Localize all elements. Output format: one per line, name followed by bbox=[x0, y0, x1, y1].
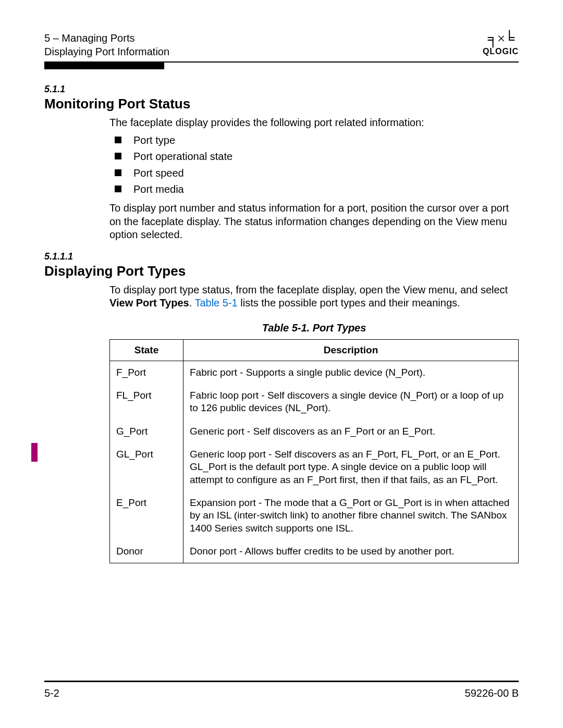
section-number-5111: 5.1.1.1 bbox=[44, 251, 519, 262]
table-row: Donor Donor port - Allows buffer credits… bbox=[110, 540, 519, 563]
page-header: 5 – Managing Ports Displaying Port Infor… bbox=[44, 31, 519, 58]
change-bar-icon bbox=[31, 443, 38, 462]
bullet-list-511: Port type Port operational state Port sp… bbox=[109, 134, 519, 196]
view-port-types-bold: View Port Types bbox=[109, 297, 189, 309]
header-tab bbox=[44, 62, 164, 69]
section-title-monitoring: Monitoring Port Status bbox=[44, 96, 519, 112]
content: 5.1.1 Monitoring Port Status The facepla… bbox=[44, 84, 519, 563]
qlogic-logo-icon: ╕×╘ bbox=[483, 31, 519, 46]
page-number: 5-2 bbox=[44, 687, 59, 699]
cell-desc: Generic loop port - Self discovers as an… bbox=[183, 443, 519, 491]
th-state: State bbox=[110, 339, 183, 361]
para-5111: To display port type status, from the fa… bbox=[109, 283, 519, 310]
qlogic-logo: ╕×╘ QLOGIC bbox=[483, 31, 519, 56]
chapter-line: 5 – Managing Ports bbox=[44, 31, 169, 45]
table-row: FL_Port Fabric loop port - Self discover… bbox=[110, 384, 519, 420]
body-5111: To display port type status, from the fa… bbox=[109, 283, 519, 564]
cell-desc: Donor port - Allows buffer credits to be… bbox=[183, 540, 519, 563]
section-number-511: 5.1.1 bbox=[44, 84, 519, 95]
cell-desc: Fabric port - Supports a single public d… bbox=[183, 361, 519, 384]
header-text: 5 – Managing Ports Displaying Port Infor… bbox=[44, 31, 169, 58]
table-caption: Table 5-1. Port Types bbox=[109, 322, 519, 335]
table-row: E_Port Expansion port - The mode that a … bbox=[110, 491, 519, 540]
footer-row: 5-2 59226-00 B bbox=[44, 687, 519, 699]
list-item: Port type bbox=[109, 134, 519, 147]
cell-state: E_Port bbox=[110, 491, 183, 540]
para-5111-dot: . bbox=[189, 297, 195, 309]
cell-state: F_Port bbox=[110, 361, 183, 384]
para-5111-pre: To display port type status, from the fa… bbox=[109, 284, 508, 295]
list-item: Port speed bbox=[109, 167, 519, 180]
port-types-table: State Description F_Port Fabric port - S… bbox=[109, 339, 519, 564]
cell-state: Donor bbox=[110, 540, 183, 563]
cell-state: G_Port bbox=[110, 420, 183, 443]
page: 5 – Managing Ports Displaying Port Infor… bbox=[0, 0, 563, 728]
list-item: Port operational state bbox=[109, 150, 519, 164]
doc-number: 59226-00 B bbox=[465, 687, 519, 699]
table-header-row: State Description bbox=[110, 339, 519, 361]
footer-rule bbox=[44, 681, 519, 682]
cell-desc: Fabric loop port - Self discovers a sing… bbox=[183, 384, 519, 420]
section-title-displaying: Displaying Port Types bbox=[44, 263, 519, 279]
body-511: The faceplate display provides the follo… bbox=[109, 116, 519, 242]
page-footer: 5-2 59226-00 B bbox=[44, 681, 519, 699]
cell-state: FL_Port bbox=[110, 384, 183, 420]
cell-desc: Generic port - Self discovers as an F_Po… bbox=[183, 420, 519, 443]
list-item: Port media bbox=[109, 183, 519, 196]
section-line: Displaying Port Information bbox=[44, 45, 169, 58]
table-row: GL_Port Generic loop port - Self discove… bbox=[110, 443, 519, 491]
table-5-1-link[interactable]: Table 5-1 bbox=[194, 297, 237, 309]
table-row: F_Port Fabric port - Supports a single p… bbox=[110, 361, 519, 384]
intro-511: The faceplate display provides the follo… bbox=[109, 116, 519, 130]
para-5111-post: lists the possible port types and their … bbox=[238, 297, 460, 309]
th-description: Description bbox=[183, 339, 519, 361]
qlogic-logo-text: QLOGIC bbox=[483, 47, 519, 56]
para2-511: To display port number and status inform… bbox=[109, 202, 519, 242]
cell-state: GL_Port bbox=[110, 443, 183, 491]
cell-desc: Expansion port - The mode that a G_Port … bbox=[183, 491, 519, 540]
table-row: G_Port Generic port - Self discovers as … bbox=[110, 420, 519, 443]
